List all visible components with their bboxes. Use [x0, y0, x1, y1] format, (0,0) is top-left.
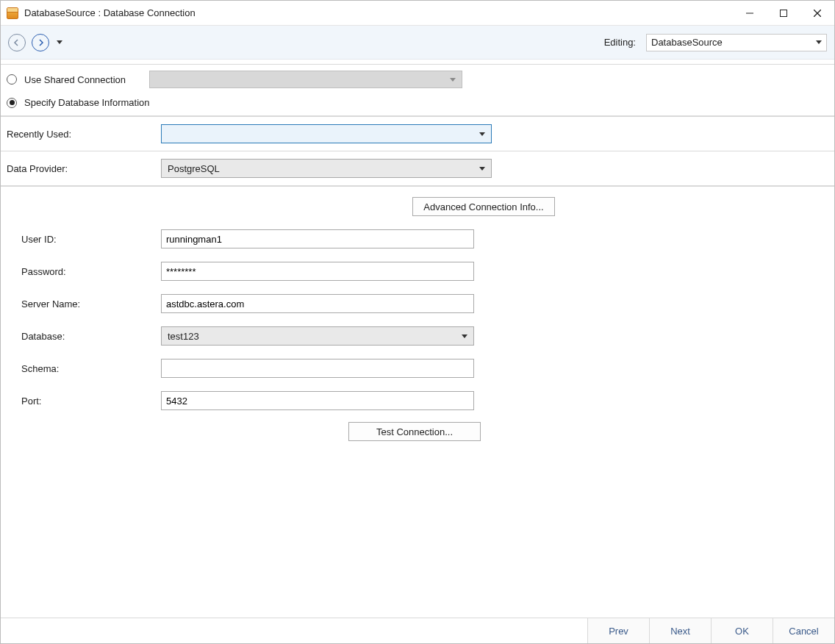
prev-button[interactable]: Prev — [587, 618, 649, 643]
schema-row: Schema: — [7, 359, 828, 378]
window-controls — [733, 1, 834, 25]
nav-forward-button[interactable] — [32, 34, 49, 51]
titlebar: DatabaseSource : Database Connection — [1, 1, 834, 26]
schema-label: Schema: — [21, 363, 161, 374]
chevron-down-icon — [462, 334, 467, 338]
nav-dropdown-icon[interactable] — [57, 40, 62, 44]
chevron-down-icon — [479, 167, 485, 171]
dialog-body: Use Shared Connection Specify Database I… — [1, 60, 834, 618]
use-shared-radio[interactable] — [7, 74, 17, 85]
server-input[interactable] — [161, 294, 474, 313]
database-row: Database: test123 — [7, 326, 828, 346]
password-row: Password: — [7, 262, 828, 281]
dialog-window: DatabaseSource : Database Connection Edi… — [0, 0, 835, 644]
port-input[interactable] — [161, 391, 474, 410]
close-icon — [814, 10, 821, 17]
user-id-label: User ID: — [21, 234, 161, 245]
chevron-down-icon — [479, 132, 485, 136]
close-button[interactable] — [800, 1, 834, 25]
test-connection-button[interactable]: Test Connection... — [348, 422, 481, 441]
recently-used-label: Recently Used: — [7, 129, 161, 140]
database-value: test123 — [168, 331, 199, 342]
app-icon — [7, 7, 18, 19]
port-row: Port: — [7, 391, 828, 410]
next-button[interactable]: Next — [649, 618, 711, 643]
advanced-connection-button[interactable]: Advanced Connection Info... — [412, 197, 554, 216]
arrow-left-icon — [13, 39, 21, 46]
shared-connection-select[interactable] — [149, 71, 462, 88]
data-provider-value: PostgreSQL — [168, 163, 220, 174]
use-shared-label: Use Shared Connection — [24, 74, 126, 85]
cancel-button[interactable]: Cancel — [773, 618, 834, 643]
minimize-button[interactable] — [733, 1, 767, 25]
connection-mode-group: Use Shared Connection Specify Database I… — [1, 64, 834, 116]
specify-db-row: Specify Database Information — [7, 97, 828, 108]
schema-input[interactable] — [161, 359, 474, 378]
use-shared-row: Use Shared Connection — [7, 71, 828, 88]
specify-db-radio[interactable] — [7, 98, 17, 108]
user-id-input[interactable] — [161, 229, 474, 248]
toolbar: Editing: DatabaseSource — [1, 26, 834, 60]
recently-used-row: Recently Used: — [1, 116, 834, 151]
chevron-down-icon — [450, 78, 456, 82]
svg-rect-1 — [781, 10, 787, 16]
database-select[interactable]: test123 — [161, 326, 474, 346]
editing-value: DatabaseSource — [651, 37, 723, 48]
editing-label: Editing: — [604, 37, 636, 48]
password-label: Password: — [21, 266, 161, 277]
port-label: Port: — [21, 396, 161, 407]
database-label: Database: — [21, 331, 161, 342]
server-row: Server Name: — [7, 294, 828, 313]
data-provider-row: Data Provider: PostgreSQL — [1, 151, 834, 186]
arrow-right-icon — [37, 39, 44, 46]
specify-db-label: Specify Database Information — [24, 97, 150, 108]
server-label: Server Name: — [21, 298, 161, 310]
dialog-footer: Prev Next OK Cancel — [1, 618, 834, 643]
data-provider-select[interactable]: PostgreSQL — [161, 159, 492, 178]
minimize-icon — [746, 10, 753, 17]
ok-button[interactable]: OK — [711, 618, 773, 643]
nav-back-button[interactable] — [8, 34, 26, 51]
data-provider-label: Data Provider: — [7, 163, 161, 174]
maximize-icon — [780, 10, 787, 17]
user-id-row: User ID: — [7, 229, 828, 248]
recently-used-select[interactable] — [161, 124, 492, 143]
maximize-button[interactable] — [767, 1, 800, 25]
window-title: DatabaseSource : Database Connection — [24, 7, 196, 18]
password-input[interactable] — [161, 262, 474, 281]
chevron-down-icon — [816, 40, 822, 44]
editing-select[interactable]: DatabaseSource — [646, 34, 827, 51]
connection-form: Advanced Connection Info... User ID: Pas… — [1, 186, 834, 618]
